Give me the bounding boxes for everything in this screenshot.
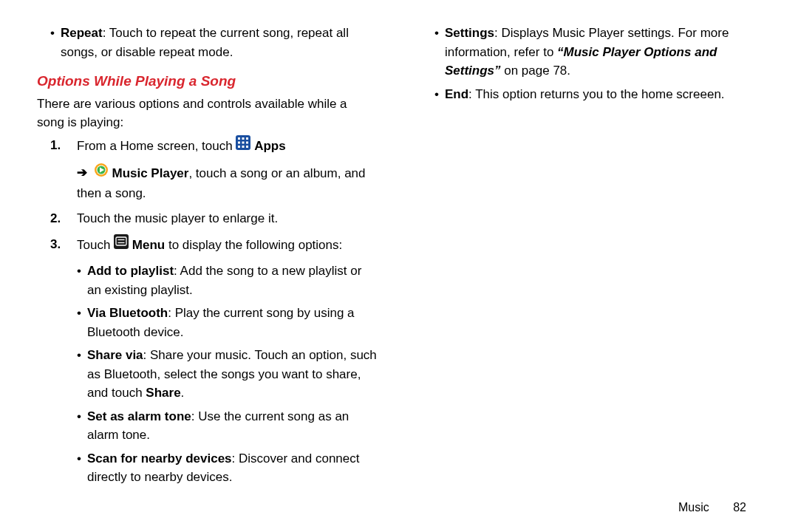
svg-rect-9 bbox=[246, 146, 248, 148]
music-player-icon bbox=[94, 163, 109, 183]
sub-share-via: • Share via: Share your music. Touch an … bbox=[37, 346, 377, 403]
left-column: • Repeat: Touch to repeat the current so… bbox=[37, 24, 399, 532]
section-heading: Options While Playing a Song bbox=[37, 73, 377, 89]
sub-label: Add to playlist bbox=[87, 264, 174, 278]
bullet-repeat-label: Repeat bbox=[61, 26, 103, 40]
menu-label: Menu bbox=[132, 237, 165, 251]
svg-rect-8 bbox=[242, 146, 245, 148]
footer-page-number: 82 bbox=[733, 501, 746, 514]
manual-page: • Repeat: Touch to repeat the current so… bbox=[0, 0, 798, 532]
step-number: 1. bbox=[37, 136, 77, 157]
period: . bbox=[181, 386, 185, 400]
sub-settings: • Settings: Displays Music Player settin… bbox=[421, 24, 761, 81]
sub-label: Scan for nearby devices bbox=[87, 451, 232, 466]
svg-rect-3 bbox=[246, 137, 248, 140]
apps-grid-icon bbox=[236, 135, 250, 156]
step-2: 2. Touch the music player to enlarge it. bbox=[37, 209, 377, 228]
svg-rect-4 bbox=[238, 142, 240, 144]
step-3: 3. Touch Menu to display the following o… bbox=[37, 235, 377, 256]
sub-text-tail: on page 78. bbox=[501, 64, 571, 78]
sub-label: Share via bbox=[87, 348, 143, 362]
bullet-dot: • bbox=[37, 407, 87, 445]
bullet-dot: • bbox=[421, 85, 445, 104]
svg-rect-5 bbox=[242, 142, 245, 144]
svg-rect-1 bbox=[238, 137, 240, 140]
sub-set-alarm: • Set as alarm tone: Use the current son… bbox=[37, 407, 377, 445]
step-1: 1. From a Home screen, touch Apps bbox=[37, 136, 377, 157]
sub-scan-devices: • Scan for nearby devices: Discover and … bbox=[37, 449, 377, 487]
sub-end: • End: This option returns you to the ho… bbox=[421, 85, 761, 104]
step-number: 2. bbox=[37, 209, 77, 228]
footer-section: Music bbox=[678, 501, 709, 514]
bullet-dot: • bbox=[37, 304, 87, 341]
bullet-repeat: • Repeat: Touch to repeat the current so… bbox=[37, 24, 377, 61]
menu-icon bbox=[114, 234, 129, 255]
bullet-dot: • bbox=[37, 262, 87, 299]
bullet-dot: • bbox=[37, 24, 61, 61]
step-number: 3. bbox=[37, 235, 77, 256]
sub-label: Via Bluetooth bbox=[87, 306, 168, 320]
music-player-label: Music Player bbox=[112, 166, 188, 180]
sub-text: : This option returns you to the home sc… bbox=[468, 87, 725, 101]
bullet-dot: • bbox=[37, 449, 87, 487]
bullet-dot: • bbox=[421, 24, 445, 81]
sub-label: Set as alarm tone bbox=[87, 409, 191, 423]
sub-label: End bbox=[445, 87, 468, 101]
svg-rect-7 bbox=[238, 146, 240, 148]
apps-label: Apps bbox=[254, 139, 286, 153]
step3-suffix: to display the following options: bbox=[165, 237, 342, 251]
share-word: Share bbox=[146, 386, 180, 400]
sub-add-to-playlist: • Add to playlist: Add the song to a new… bbox=[37, 262, 377, 299]
intro-text: There are various options and controls a… bbox=[37, 95, 377, 132]
arrow-icon: ➔ bbox=[77, 163, 87, 183]
step3-prefix: Touch bbox=[77, 237, 114, 251]
bullet-dot: • bbox=[37, 346, 87, 403]
right-column: • Settings: Displays Music Player settin… bbox=[399, 24, 761, 532]
bullet-repeat-text: : Touch to repeat the current song, repe… bbox=[61, 26, 349, 59]
svg-rect-2 bbox=[242, 137, 245, 140]
sub-label: Settings bbox=[445, 26, 494, 40]
step-1-continued: ➔ Music Player, touch a song or an album… bbox=[77, 163, 377, 204]
svg-rect-6 bbox=[246, 142, 248, 144]
step1-prefix: From a Home screen, touch bbox=[77, 139, 236, 153]
page-footer: Music 82 bbox=[678, 501, 746, 514]
sub-via-bluetooth: • Via Bluetooth: Play the current song b… bbox=[37, 304, 377, 341]
step2-text: Touch the music player to enlarge it. bbox=[77, 209, 377, 228]
